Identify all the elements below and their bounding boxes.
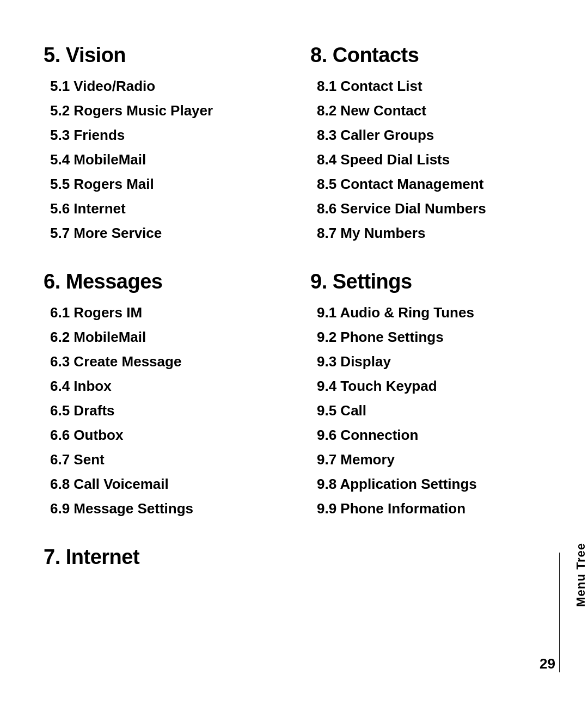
section-6-items: 6.1 Rogers IM 6.2 MobileMail 6.3 Create … [44,302,289,519]
item-8-2: 8.2 New Contact [310,100,555,121]
item-6-6: 6.6 Outbox [44,425,289,446]
section-8-title: 8. Contacts [310,44,555,67]
item-9-3: 9.3 Display [310,351,555,372]
item-5-4: 5.4 MobileMail [44,149,289,170]
page-number: 29 [540,655,555,672]
item-8-4: 8.4 Speed Dial Lists [310,149,555,170]
item-6-4: 6.4 Inbox [44,376,289,397]
item-6-5: 6.5 Drafts [44,400,289,421]
item-8-6: 8.6 Service Dial Numbers [310,198,555,219]
section-7: 7. Internet [44,545,289,578]
item-9-6: 9.6 Connection [310,425,555,446]
section-6-title: 6. Messages [44,270,289,293]
section-9-title: 9. Settings [310,270,555,293]
item-5-2: 5.2 Rogers Music Player [44,100,289,121]
section-9-items: 9.1 Audio & Ring Tunes 9.2 Phone Setting… [310,302,555,519]
left-column: 5. Vision 5.1 Video/Radio 5.2 Rogers Mus… [44,44,289,578]
section-5-items: 5.1 Video/Radio 5.2 Rogers Music Player … [44,76,289,244]
page-content: 5. Vision 5.1 Video/Radio 5.2 Rogers Mus… [0,0,588,610]
item-8-1: 8.1 Contact List [310,76,555,97]
section-5: 5. Vision 5.1 Video/Radio 5.2 Rogers Mus… [44,44,289,244]
item-9-2: 9.2 Phone Settings [310,327,555,348]
item-9-5: 9.5 Call [310,400,555,421]
item-5-1: 5.1 Video/Radio [44,76,289,97]
item-5-3: 5.3 Friends [44,125,289,146]
item-9-8: 9.8 Application Settings [310,474,555,495]
item-6-2: 6.2 MobileMail [44,327,289,348]
item-5-6: 5.6 Internet [44,198,289,219]
item-8-7: 8.7 My Numbers [310,223,555,244]
section-5-title: 5. Vision [44,44,289,67]
section-9: 9. Settings 9.1 Audio & Ring Tunes 9.2 P… [310,270,555,519]
sidebar-label: Menu Tree [574,543,588,607]
item-9-4: 9.4 Touch Keypad [310,376,555,397]
section-8-items: 8.1 Contact List 8.2 New Contact 8.3 Cal… [310,76,555,244]
right-column: 8. Contacts 8.1 Contact List 8.2 New Con… [310,44,555,578]
item-8-5: 8.5 Contact Management [310,174,555,195]
item-6-3: 6.3 Create Message [44,351,289,372]
item-5-5: 5.5 Rogers Mail [44,174,289,195]
item-6-8: 6.8 Call Voicemail [44,474,289,495]
item-9-1: 9.1 Audio & Ring Tunes [310,302,555,323]
item-8-3: 8.3 Caller Groups [310,125,555,146]
section-7-title: 7. Internet [44,545,289,569]
sidebar-divider [559,553,560,672]
section-8: 8. Contacts 8.1 Contact List 8.2 New Con… [310,44,555,244]
item-6-9: 6.9 Message Settings [44,498,289,519]
item-9-9: 9.9 Phone Information [310,498,555,519]
item-5-7: 5.7 More Service [44,223,289,244]
section-6: 6. Messages 6.1 Rogers IM 6.2 MobileMail… [44,270,289,519]
item-6-7: 6.7 Sent [44,449,289,470]
item-6-1: 6.1 Rogers IM [44,302,289,323]
item-9-7: 9.7 Memory [310,449,555,470]
